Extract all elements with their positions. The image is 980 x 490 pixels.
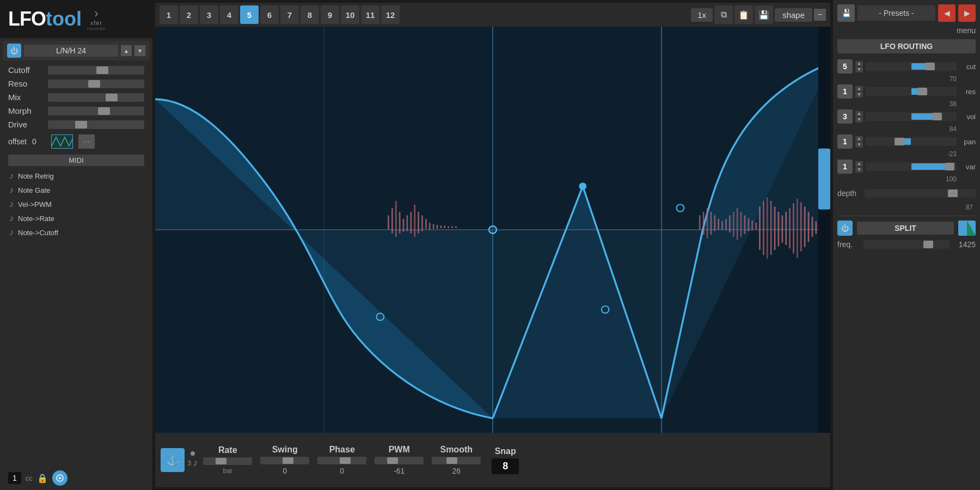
- save-icon[interactable]: 💾: [755, 5, 773, 24]
- menu-row: menu: [837, 26, 976, 35]
- note-icon-2: ♪: [9, 185, 14, 195]
- reso-slider[interactable]: [48, 79, 144, 88]
- split-power-button[interactable]: ⏻: [837, 220, 853, 236]
- tab-11[interactable]: 11: [361, 5, 379, 24]
- res-step-down[interactable]: ▼: [855, 92, 863, 97]
- midi-vel-pwm[interactable]: ♪ Vel->PWM: [8, 197, 144, 211]
- minus-button[interactable]: −: [814, 9, 826, 21]
- tab-3[interactable]: 3: [200, 5, 218, 24]
- preset-up-arrow[interactable]: ▲: [121, 45, 132, 56]
- vol-step-down[interactable]: ▼: [855, 117, 863, 122]
- swing-label: Swing: [272, 445, 298, 455]
- routing-var-num[interactable]: 1: [837, 160, 853, 174]
- copy-icon[interactable]: ⧉: [714, 5, 733, 24]
- var-routing-slider[interactable]: [866, 162, 957, 171]
- svg-rect-42: [785, 212, 787, 245]
- midi-note-cutoff[interactable]: ♪ Note->Cutoff: [8, 225, 144, 240]
- tab-4[interactable]: 4: [220, 5, 238, 24]
- tab-6[interactable]: 6: [260, 5, 279, 24]
- drive-slider[interactable]: [48, 120, 144, 129]
- swing-group: Swing 0: [258, 445, 312, 475]
- svg-rect-49: [812, 217, 813, 237]
- svg-point-10: [579, 182, 586, 189]
- midi-note-gate[interactable]: ♪ Note Gate: [8, 183, 144, 197]
- rate-slider[interactable]: [203, 457, 252, 465]
- split-hf-icon[interactable]: [958, 220, 976, 236]
- res-step-up[interactable]: ▲: [855, 86, 863, 91]
- presets-save-button[interactable]: 💾: [837, 4, 855, 22]
- var-step-down[interactable]: ▼: [855, 167, 863, 173]
- tab-7[interactable]: 7: [280, 5, 299, 24]
- filter-preset-bar: ⏻ L/N/H 24 ▲ ▼: [3, 41, 150, 60]
- filter-preset-name[interactable]: L/N/H 24: [24, 45, 118, 57]
- tab-9[interactable]: 9: [321, 5, 339, 24]
- tab-10[interactable]: 10: [341, 5, 359, 24]
- pan-step-down[interactable]: ▼: [855, 142, 863, 148]
- svg-rect-53: [707, 208, 708, 238]
- mini-lfo-display[interactable]: [51, 134, 73, 149]
- snap-value[interactable]: 8: [492, 458, 519, 474]
- swing-slider[interactable]: [260, 457, 309, 464]
- beat-number[interactable]: 3: [187, 459, 191, 467]
- anchor-button[interactable]: ⚓: [161, 448, 185, 472]
- tab-1[interactable]: 1: [160, 5, 178, 24]
- lfo-display[interactable]: [155, 27, 830, 433]
- preset-prev-button[interactable]: ◀: [938, 4, 955, 22]
- cut-step-up[interactable]: ▲: [855, 61, 863, 66]
- cut-thumb: [925, 63, 935, 70]
- tab-12[interactable]: 12: [381, 5, 400, 24]
- freq-slider[interactable]: [863, 240, 950, 249]
- freq-thumb: [923, 241, 933, 248]
- svg-rect-44: [793, 203, 794, 254]
- offset-value[interactable]: 0: [32, 137, 46, 146]
- svg-rect-59: [729, 215, 731, 232]
- rate-label: Rate: [218, 445, 237, 455]
- morph-slider[interactable]: [48, 107, 144, 115]
- routing-cut-stepper: ▲ ▼: [855, 61, 863, 72]
- vol-step-up[interactable]: ▲: [855, 111, 863, 117]
- tab-8[interactable]: 8: [301, 5, 319, 24]
- svg-rect-48: [808, 212, 810, 242]
- smooth-slider[interactable]: [432, 457, 481, 464]
- cc-value-box[interactable]: 1: [8, 472, 21, 484]
- routing-vol-num[interactable]: 3: [837, 109, 853, 124]
- morph-label: Morph: [8, 106, 44, 115]
- preset-next-button[interactable]: ▶: [958, 4, 976, 22]
- depth-slider[interactable]: [865, 189, 976, 198]
- midi-note-retrig-label: Note Retrig: [18, 172, 54, 180]
- svg-rect-32: [451, 226, 453, 228]
- midi-note-retrig[interactable]: ♪ Note Retrig: [8, 169, 144, 183]
- xfer-chevron-icon: ›: [94, 8, 98, 20]
- filter-power-button[interactable]: ⏻: [7, 44, 21, 58]
- svg-rect-27: [433, 224, 434, 229]
- var-step-up[interactable]: ▲: [855, 161, 863, 167]
- lock-icon[interactable]: 🔒: [37, 473, 48, 483]
- presets-dropdown[interactable]: - Presets -: [857, 5, 935, 21]
- mix-slider[interactable]: [48, 93, 144, 102]
- phase-slider[interactable]: [317, 457, 366, 464]
- pwm-label: PWM: [389, 445, 410, 455]
- offset-label: offset: [8, 137, 27, 146]
- dots-button[interactable]: ···: [78, 134, 95, 149]
- pwm-slider[interactable]: [375, 457, 424, 464]
- pan-step-up[interactable]: ▲: [855, 136, 863, 142]
- beat-dot: [191, 451, 195, 456]
- vol-routing-slider[interactable]: [866, 112, 957, 121]
- shape-button[interactable]: shape: [775, 8, 812, 22]
- rate-display[interactable]: 1x: [691, 8, 713, 22]
- tab-2[interactable]: 2: [180, 5, 198, 24]
- res-routing-slider[interactable]: [866, 87, 957, 96]
- preset-down-arrow[interactable]: ▼: [134, 45, 145, 56]
- routing-res-num[interactable]: 1: [837, 84, 853, 99]
- cut-routing-slider[interactable]: [866, 62, 957, 71]
- cut-step-down[interactable]: ▼: [855, 67, 863, 72]
- routing-pan-num[interactable]: 1: [837, 134, 853, 149]
- paste-icon[interactable]: 📋: [734, 5, 753, 24]
- midi-note-rate[interactable]: ♪ Note->Rate: [8, 211, 144, 225]
- tab-5[interactable]: 5: [240, 5, 259, 24]
- cutoff-slider[interactable]: [48, 66, 144, 75]
- target-button[interactable]: [52, 470, 68, 486]
- pan-routing-slider[interactable]: [866, 137, 957, 146]
- routing-cut-num[interactable]: 5: [837, 59, 853, 74]
- menu-label[interactable]: menu: [957, 26, 976, 35]
